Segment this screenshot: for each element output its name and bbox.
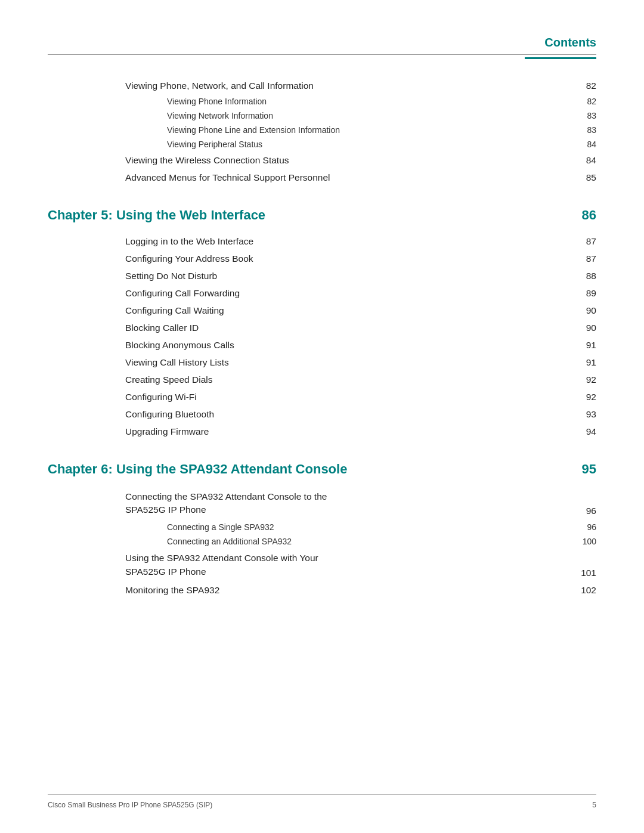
toc-entry-monitoring-spa932: Monitoring the SPA932 102 bbox=[48, 582, 596, 599]
toc-entry-viewing-phone-line: Viewing Phone Line and Extension Informa… bbox=[48, 123, 596, 137]
chapter-6-heading: Chapter 6: Using the SPA932 Attendant Co… bbox=[48, 462, 596, 477]
footer-page-number: 5 bbox=[592, 801, 596, 809]
toc-entry-advanced-menus: Advanced Menus for Technical Support Per… bbox=[48, 169, 596, 186]
toc-entry-viewing-call-history: Viewing Call History Lists 91 bbox=[48, 354, 596, 371]
toc-entry-viewing-peripheral: Viewing Peripheral Status 84 bbox=[48, 137, 596, 151]
toc-entry-connecting-single-spa932: Connecting a Single SPA932 96 bbox=[48, 520, 596, 534]
toc-entry-configuring-call-forwarding: Configuring Call Forwarding 89 bbox=[48, 284, 596, 302]
initial-entries-section: Viewing Phone, Network, and Call Informa… bbox=[48, 77, 596, 186]
toc-entry-using-spa932: Using the SPA932 Attendant Console with … bbox=[48, 549, 596, 582]
toc-entry-viewing-phone-network: Viewing Phone, Network, and Call Informa… bbox=[48, 77, 596, 94]
toc-entry-connecting-additional-spa932: Connecting an Additional SPA932 100 bbox=[48, 534, 596, 549]
toc-entry-configuring-bluetooth: Configuring Bluetooth 93 bbox=[48, 405, 596, 423]
page: Contents Viewing Phone, Network, and Cal… bbox=[0, 0, 644, 833]
toc-entry-blocking-anonymous-calls: Blocking Anonymous Calls 91 bbox=[48, 336, 596, 354]
chapter-5-entries: Logging in to the Web Interface 87 Confi… bbox=[48, 233, 596, 440]
toc-entry-setting-dnd: Setting Do Not Disturb 88 bbox=[48, 267, 596, 284]
toc-entry-viewing-network-info: Viewing Network Information 83 bbox=[48, 109, 596, 123]
footer: Cisco Small Business Pro IP Phone SPA525… bbox=[48, 794, 596, 809]
header-accent-rule bbox=[525, 57, 596, 59]
toc-entry-creating-speed-dials: Creating Speed Dials 92 bbox=[48, 371, 596, 388]
toc-entry-configuring-wifi: Configuring Wi-Fi 92 bbox=[48, 388, 596, 405]
toc-entry-blocking-caller-id: Blocking Caller ID 90 bbox=[48, 319, 596, 336]
header-rule bbox=[48, 54, 596, 55]
toc-entry-viewing-wireless: Viewing the Wireless Connection Status 8… bbox=[48, 151, 596, 169]
footer-product-name: Cisco Small Business Pro IP Phone SPA525… bbox=[48, 801, 212, 809]
toc-entry-configuring-call-waiting: Configuring Call Waiting 90 bbox=[48, 302, 596, 319]
contents-title: Contents bbox=[48, 36, 596, 49]
toc-entry-viewing-phone-info: Viewing Phone Information 82 bbox=[48, 94, 596, 109]
toc-entry-configuring-address-book: Configuring Your Address Book 87 bbox=[48, 250, 596, 267]
toc-entry-logging-in: Logging in to the Web Interface 87 bbox=[48, 233, 596, 250]
chapter-6-entries: Connecting the SPA932 Attendant Console … bbox=[48, 487, 596, 599]
chapter-5-heading: Chapter 5: Using the Web Interface 86 bbox=[48, 208, 596, 223]
toc-entry-connecting-spa932: Connecting the SPA932 Attendant Console … bbox=[48, 487, 596, 520]
toc-entry-upgrading-firmware: Upgrading Firmware 94 bbox=[48, 423, 596, 440]
